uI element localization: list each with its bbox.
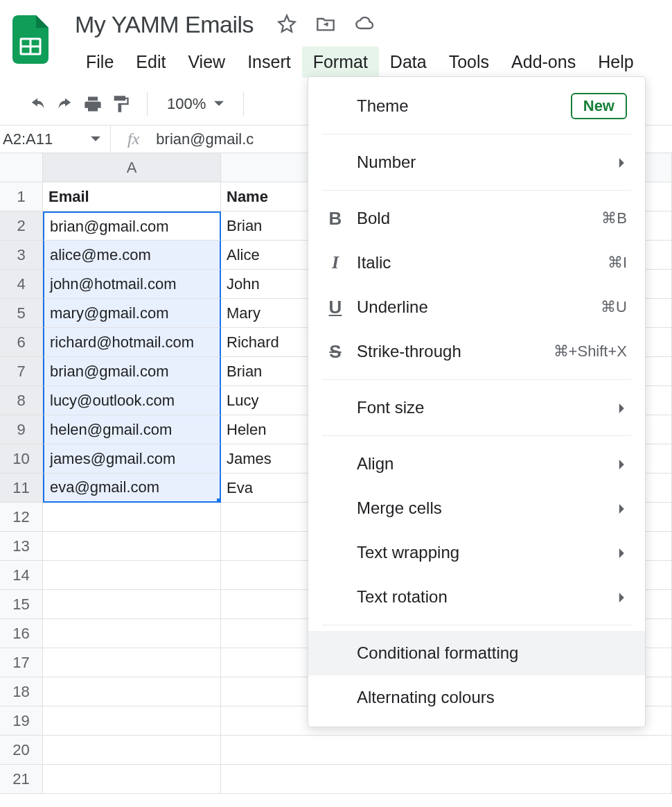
menu-item-font-size[interactable]: Font size bbox=[308, 385, 645, 430]
menu-addons[interactable]: Add-ons bbox=[500, 46, 587, 78]
cloud-status-icon[interactable] bbox=[355, 14, 374, 36]
zoom-dropdown[interactable]: 100% bbox=[161, 95, 229, 113]
row-header[interactable]: 20 bbox=[0, 736, 43, 765]
menu-format[interactable]: Format bbox=[302, 46, 379, 78]
menu-separator bbox=[322, 190, 631, 191]
menu-item-label: Theme bbox=[357, 96, 409, 116]
row-header[interactable]: 14 bbox=[0, 561, 43, 590]
cell[interactable]: eva@gmail.com bbox=[43, 474, 221, 503]
cell[interactable] bbox=[43, 736, 221, 765]
underline-icon: U bbox=[325, 297, 346, 318]
menu-item-label: Number bbox=[357, 153, 416, 172]
submenu-arrow-icon bbox=[617, 498, 627, 518]
menu-item-label: Strike-through bbox=[357, 342, 461, 361]
row-header[interactable]: 19 bbox=[0, 706, 43, 736]
menu-item-underline[interactable]: U Underline ⌘U bbox=[308, 285, 645, 329]
row-header[interactable]: 10 bbox=[0, 444, 43, 474]
menu-item-strikethrough[interactable]: S Strike-through ⌘+Shift+X bbox=[308, 329, 645, 374]
menu-item-bold[interactable]: B Bold ⌘B bbox=[308, 196, 645, 241]
formula-input[interactable]: brian@gmail.c bbox=[156, 130, 254, 148]
cell[interactable]: james@gmail.com bbox=[43, 444, 221, 474]
menu-item-label: Text rotation bbox=[357, 587, 448, 607]
paint-format-button[interactable] bbox=[108, 92, 133, 116]
star-icon[interactable] bbox=[277, 14, 297, 36]
cell[interactable] bbox=[43, 532, 221, 561]
cell-value: eva@gmail.com bbox=[50, 478, 159, 496]
print-button[interactable] bbox=[80, 92, 105, 116]
cell[interactable]: mary@gmail.com bbox=[43, 299, 221, 328]
row-header[interactable]: 2 bbox=[0, 211, 43, 241]
cell[interactable] bbox=[43, 503, 221, 532]
cell[interactable] bbox=[43, 648, 221, 677]
menu-item-theme[interactable]: Theme New bbox=[308, 84, 645, 128]
cell[interactable] bbox=[43, 590, 221, 619]
row-header[interactable]: 17 bbox=[0, 648, 43, 677]
menu-item-label: Alternating colours bbox=[357, 688, 495, 707]
name-box[interactable]: A2:A11 bbox=[0, 125, 111, 153]
keyboard-shortcut: ⌘+Shift+X bbox=[554, 342, 627, 361]
selection-handle[interactable] bbox=[217, 498, 221, 503]
cell[interactable] bbox=[43, 619, 221, 648]
menu-item-italic[interactable]: I Italic ⌘I bbox=[308, 241, 645, 285]
row-header[interactable]: 12 bbox=[0, 503, 43, 532]
cell[interactable]: Email bbox=[43, 182, 221, 211]
row-header[interactable]: 4 bbox=[0, 270, 43, 299]
cell[interactable] bbox=[43, 706, 221, 736]
column-header-a[interactable]: A bbox=[43, 153, 221, 182]
row-header[interactable]: 13 bbox=[0, 532, 43, 561]
row-header[interactable]: 21 bbox=[0, 765, 43, 794]
cell[interactable] bbox=[221, 765, 672, 794]
app-header: My YAMM Emails File Edit View Insert For… bbox=[0, 0, 672, 78]
menu-item-text-rotation[interactable]: Text rotation bbox=[308, 575, 645, 619]
menu-item-conditional-formatting[interactable]: Conditional formatting bbox=[308, 631, 645, 675]
menu-item-align[interactable]: Align bbox=[308, 442, 645, 486]
new-badge: New bbox=[571, 93, 627, 119]
row-header[interactable]: 15 bbox=[0, 590, 43, 619]
row-header[interactable]: 3 bbox=[0, 241, 43, 270]
select-all-corner[interactable] bbox=[0, 153, 43, 182]
row-header[interactable]: 9 bbox=[0, 415, 43, 444]
row-header[interactable]: 5 bbox=[0, 299, 43, 328]
menu-item-label: Font size bbox=[357, 398, 424, 417]
menu-item-merge-cells[interactable]: Merge cells bbox=[308, 486, 645, 530]
cell[interactable] bbox=[43, 765, 221, 794]
cell[interactable]: brian@gmail.com bbox=[43, 211, 221, 241]
menu-view[interactable]: View bbox=[177, 46, 236, 78]
cell[interactable] bbox=[221, 736, 672, 765]
cell[interactable]: richard@hotmail.com bbox=[43, 328, 221, 357]
row-header[interactable]: 16 bbox=[0, 619, 43, 648]
cell[interactable]: lucy@outlook.com bbox=[43, 386, 221, 415]
menu-tools[interactable]: Tools bbox=[438, 46, 500, 78]
menu-help[interactable]: Help bbox=[587, 46, 644, 78]
row-header[interactable]: 6 bbox=[0, 328, 43, 357]
menu-data[interactable]: Data bbox=[379, 46, 438, 78]
undo-button[interactable] bbox=[25, 92, 50, 116]
cell[interactable]: alice@me.com bbox=[43, 241, 221, 270]
menu-item-alternating-colours[interactable]: Alternating colours bbox=[308, 675, 645, 720]
document-title[interactable]: My YAMM Emails bbox=[75, 11, 254, 38]
menu-file[interactable]: File bbox=[75, 46, 125, 78]
zoom-value: 100% bbox=[167, 95, 206, 113]
cell[interactable]: brian@gmail.com bbox=[43, 357, 221, 386]
menu-item-text-wrapping[interactable]: Text wrapping bbox=[308, 530, 645, 575]
menu-item-number[interactable]: Number bbox=[308, 140, 645, 184]
menu-item-label: Text wrapping bbox=[357, 543, 459, 562]
toolbar-separator bbox=[243, 92, 244, 116]
menu-insert[interactable]: Insert bbox=[236, 46, 302, 78]
row-header[interactable]: 8 bbox=[0, 386, 43, 415]
submenu-arrow-icon bbox=[617, 587, 627, 607]
row-header[interactable]: 7 bbox=[0, 357, 43, 386]
move-to-folder-icon[interactable] bbox=[316, 14, 335, 36]
menu-item-label: Conditional formatting bbox=[357, 643, 518, 663]
menu-edit[interactable]: Edit bbox=[125, 46, 177, 78]
cell[interactable] bbox=[43, 677, 221, 706]
row-header[interactable]: 18 bbox=[0, 677, 43, 706]
row-header[interactable]: 1 bbox=[0, 182, 43, 211]
cell[interactable] bbox=[43, 561, 221, 590]
cell[interactable]: john@hotmail.com bbox=[43, 270, 221, 299]
redo-button[interactable] bbox=[53, 92, 78, 116]
cell[interactable]: helen@gmail.com bbox=[43, 415, 221, 444]
menu-bar: File Edit View Insert Format Data Tools … bbox=[75, 46, 672, 78]
row-header[interactable]: 11 bbox=[0, 474, 43, 503]
menu-item-label: Merge cells bbox=[357, 498, 442, 518]
